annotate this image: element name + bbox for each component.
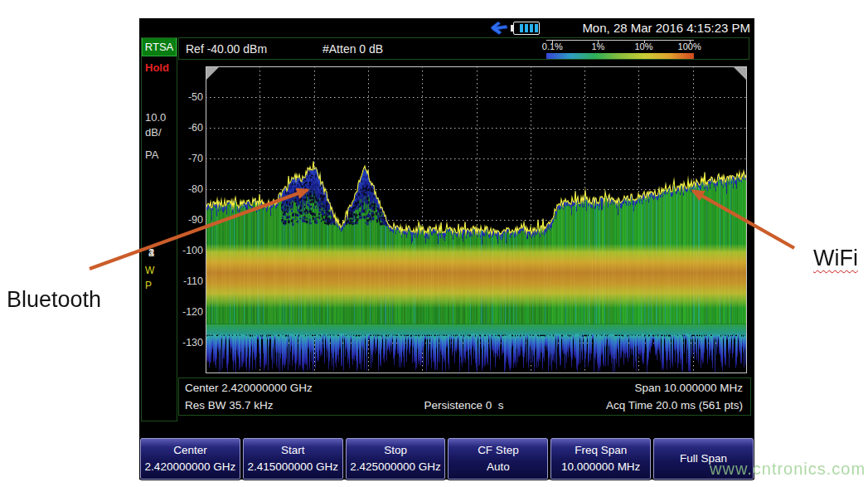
softkey-start[interactable]: Start2.415000000 GHz [243, 438, 343, 480]
atten-label: #Atten 0 dB [322, 42, 383, 56]
y-axis-label: -50 [177, 90, 203, 104]
softkey-center[interactable]: Center2.420000000 GHz [140, 438, 240, 480]
y-axis-label: -70 [177, 152, 203, 165]
battery-bar [535, 24, 538, 32]
softkey-freq-span[interactable]: Freq Span10.000000 MHz [550, 438, 651, 480]
softkey-value: Auto [487, 460, 510, 475]
res-bw-label: Res BW 35.7 kHz [185, 399, 371, 412]
battery-bar [520, 24, 523, 32]
y-axis-label: -120 [177, 305, 203, 319]
bluetooth-callout-label: Bluetooth [7, 287, 101, 313]
status-datetime: Mon, 28 Mar 2016 4:15:23 PM [582, 21, 750, 35]
y-axis-label: -60 [177, 121, 203, 134]
preamp-label: PA [145, 149, 158, 161]
density-legend-label: 1% [591, 41, 604, 51]
density-legend: 0.1%1%10%100% [541, 39, 699, 59]
softkey-cf-step[interactable]: CF StepAuto [448, 438, 548, 480]
info-bar: Center 2.420000000 GHz Span 10.000000 MH… [178, 377, 751, 416]
left-status-panel: Hold 10.0 dB/ PA 1234 W P [141, 37, 177, 421]
density-legend-rule [546, 40, 694, 41]
density-legend-label: 100% [678, 41, 701, 51]
density-legend-label: 10% [634, 41, 652, 51]
settings-bar: Ref -40.00 dBm #Atten 0 dB 0.1%1%10%100% [178, 37, 749, 60]
softkey-label: Freq Span [575, 443, 627, 458]
status-bar: Mon, 28 Mar 2016 4:15:23 PM [139, 18, 754, 37]
battery-bar [525, 24, 528, 32]
y-axis-label: -110 [177, 275, 203, 288]
battery-icon [513, 22, 540, 35]
softkey-label: Center [173, 443, 207, 458]
softkey-value: 10.000000 MHz [561, 460, 640, 475]
softkey-stop[interactable]: Stop2.425000000 GHz [346, 438, 446, 480]
battery-bar [530, 24, 533, 32]
y-axis-label: -80 [177, 183, 203, 196]
y-axis-label: -130 [177, 336, 203, 349]
ref-level-label: Ref -40.00 dBm [186, 42, 267, 56]
battery-terminal [511, 25, 513, 32]
scale-label: 10.0 [145, 111, 166, 124]
battery-cells [520, 23, 538, 33]
spectrum-canvas [206, 66, 747, 373]
wifi-callout-label: WiFi [813, 246, 858, 271]
softkey-row: Center2.420000000 GHzStart2.415000000 GH… [140, 438, 754, 480]
acq-time-label: Acq Time 20.0 ms (561 pts) [557, 399, 743, 412]
softkey-value: 2.415000000 GHz [247, 460, 338, 475]
trace-mode-label: P [145, 280, 152, 291]
softkey-label: Stop [384, 443, 407, 458]
sweep-status-hold: Hold [145, 61, 169, 74]
y-axis-label: -100 [177, 244, 203, 257]
touch-cursor-icon [489, 21, 508, 35]
density-legend-label: 0.1% [542, 41, 563, 51]
span-label: Span 10.000000 MHz [557, 382, 743, 394]
softkey-value: 2.420000000 GHz [145, 460, 236, 475]
softkey-label: Start [281, 443, 305, 458]
trace-detector-label: W [145, 265, 154, 276]
center-freq-label: Center 2.420000000 GHz [185, 382, 371, 394]
scale-unit-label: dB/ [145, 126, 162, 139]
instrument-screen: Mon, 28 Mar 2016 4:15:23 PM RTSA Ref -40… [139, 18, 754, 480]
persistence-label: Persistence 0 s [371, 399, 556, 412]
softkey-label: CF Step [478, 443, 519, 458]
y-axis-label: -90 [177, 213, 203, 226]
watermark: www.cntronics.com [710, 460, 866, 479]
softkey-value: 2.425000000 GHz [350, 460, 441, 475]
trace-number: 4 [148, 246, 157, 259]
density-legend-gradient-bar [546, 53, 694, 59]
